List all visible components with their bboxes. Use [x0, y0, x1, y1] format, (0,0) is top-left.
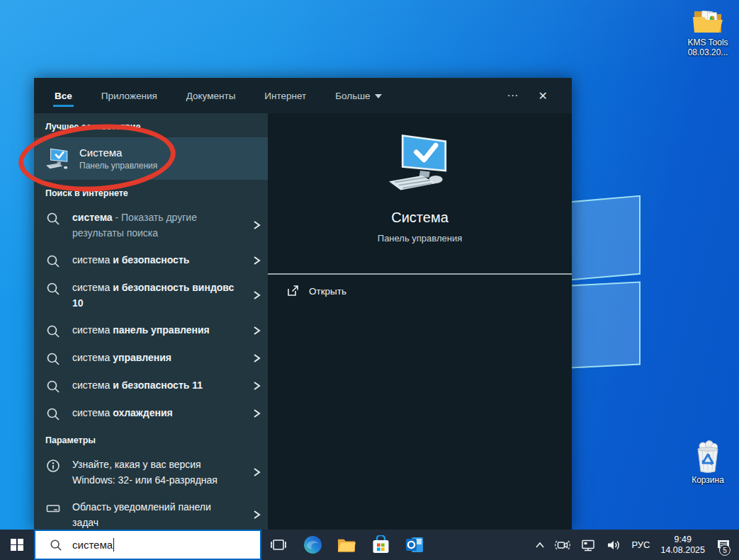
chevron-right-icon[interactable]: [251, 326, 262, 336]
system-computer-icon-large: [385, 132, 456, 194]
suggestion-text: система - Показать другие результаты пои…: [72, 210, 237, 241]
suggestion-text: система и безопасность виндовс 10: [72, 280, 237, 311]
search-icon: [50, 539, 62, 552]
search-filter-tabbar: Все Приложения Документы Интернет Больше…: [34, 78, 572, 113]
camera-meet-now-icon: [555, 539, 570, 552]
chevron-right-icon[interactable]: [251, 408, 262, 418]
desktop-icon-label: KMS Tools: [687, 38, 728, 47]
best-match-text: Система Панель управления: [79, 147, 157, 171]
best-match-title: Система: [79, 147, 157, 159]
desktop-icon-recycle-bin[interactable]: Корзина: [677, 440, 738, 485]
tray-time: 9:49: [660, 535, 705, 545]
task-view-button[interactable]: [261, 530, 295, 560]
search-icon: [45, 254, 61, 268]
windows-logo-icon: [11, 539, 23, 552]
tab-documents[interactable]: Документы: [185, 79, 237, 113]
best-match-subtitle: Панель управления: [79, 161, 157, 171]
search-icon: [45, 352, 61, 366]
recycle-bin-icon: [693, 440, 723, 473]
settings-result-row[interactable]: Узнайте, какая у вас версия Windows: 32-…: [34, 451, 268, 493]
chevron-right-icon[interactable]: [251, 467, 262, 477]
taskbar-app-file-explorer[interactable]: [329, 530, 363, 560]
open-action-label: Открыть: [309, 286, 346, 297]
section-best-match: Лучшее соответствие: [34, 113, 268, 137]
tab-apps[interactable]: Приложения: [100, 79, 159, 113]
search-query-text: система: [72, 539, 113, 551]
preview-pane: Система Панель управления Открыть: [268, 113, 572, 530]
suggestion-text: система и безопасность 11: [72, 377, 237, 393]
tab-more[interactable]: Больше: [334, 79, 383, 113]
suggestion-text: система и безопасность: [72, 252, 237, 268]
wallpaper-window-pane-bottom: [570, 281, 641, 368]
system-tray: РУС 9:49 14.08.2025 5: [530, 530, 739, 560]
tray-date: 14.08.2025: [660, 545, 705, 556]
settings-result-row[interactable]: Область уведомлений панели задач: [34, 493, 268, 530]
chevron-right-icon[interactable]: [251, 381, 262, 391]
open-action[interactable]: Открыть: [268, 275, 572, 306]
suggestion-text: система охлаждения: [72, 405, 237, 421]
folder-icon: [692, 7, 724, 35]
task-view-icon: [270, 537, 287, 553]
search-flyout: Все Приложения Документы Интернет Больше…: [34, 78, 572, 530]
chevron-down-icon: [375, 94, 382, 98]
search-icon: [45, 324, 61, 338]
taskbar-notification-area-icon: [45, 501, 61, 515]
chevron-right-icon[interactable]: [251, 256, 262, 265]
chevron-right-icon[interactable]: [251, 290, 262, 300]
search-suggestion-row[interactable]: система - Показать другие результаты пои…: [34, 204, 268, 246]
tray-network[interactable]: [575, 530, 601, 560]
tray-meet-now[interactable]: [550, 530, 575, 560]
start-button[interactable]: [0, 530, 34, 560]
taskbar-search-input[interactable]: система: [34, 530, 261, 560]
chevron-right-icon[interactable]: [251, 510, 262, 520]
preview-title: Система: [391, 210, 449, 226]
notification-badge: 5: [719, 544, 730, 556]
chevron-up-icon: [535, 542, 545, 549]
results-pane: Лучшее соответствие Система Панель управ…: [34, 113, 268, 530]
desktop-icon-label: 08.03.20...: [687, 47, 728, 57]
taskbar-app-store[interactable]: [363, 530, 397, 560]
text-caret: [113, 538, 114, 552]
action-center-button[interactable]: 5: [711, 530, 736, 560]
settings-result-text: Область уведомлений панели задач: [72, 499, 237, 530]
tray-language[interactable]: РУС: [626, 530, 655, 560]
suggestion-text: система управления: [72, 350, 237, 365]
outlook-icon: [405, 536, 424, 554]
search-suggestion-row[interactable]: система и безопасность виндовс 10: [34, 274, 268, 316]
best-match-result-system[interactable]: Система Панель управления: [34, 137, 268, 180]
preview-subtitle: Панель управления: [378, 233, 462, 244]
network-icon: [580, 539, 596, 552]
search-icon: [45, 282, 61, 296]
info-icon: [45, 459, 61, 473]
file-explorer-icon: [337, 537, 356, 554]
taskbar-app-outlook[interactable]: [397, 530, 431, 560]
options-ellipsis-button[interactable]: ···: [497, 85, 529, 106]
wallpaper-window-pane-top: [570, 195, 641, 281]
close-icon[interactable]: ✕: [529, 85, 558, 107]
chevron-right-icon[interactable]: [251, 353, 262, 363]
search-suggestion-row[interactable]: система и безопасность: [34, 246, 268, 274]
search-suggestion-row[interactable]: система панель управления: [34, 316, 268, 344]
search-suggestion-row[interactable]: система управления: [34, 344, 268, 372]
chevron-right-icon[interactable]: [251, 220, 262, 230]
taskbar-app-edge[interactable]: [295, 530, 329, 560]
system-computer-icon: [44, 147, 71, 171]
search-icon: [45, 379, 61, 394]
settings-result-text: Узнайте, какая у вас версия Windows: 32-…: [72, 457, 237, 488]
tab-web[interactable]: Интернет: [263, 79, 308, 113]
speaker-icon: [606, 539, 621, 552]
tray-volume[interactable]: [601, 530, 626, 560]
search-icon: [45, 212, 61, 226]
taskbar: система: [0, 530, 739, 560]
tab-all[interactable]: Все: [53, 79, 74, 113]
search-suggestion-row[interactable]: система охлаждения: [34, 399, 268, 427]
tray-clock[interactable]: 9:49 14.08.2025: [655, 535, 711, 556]
open-external-icon: [286, 285, 299, 297]
tray-show-hidden-icons[interactable]: [530, 530, 550, 560]
search-suggestion-row[interactable]: система и безопасность 11: [34, 372, 268, 399]
edge-icon: [303, 535, 322, 554]
section-web-search: Поиск в Интернете: [34, 180, 268, 204]
desktop-icon-kms-tools[interactable]: KMS Tools 08.03.20...: [677, 7, 738, 57]
search-icon: [45, 407, 61, 421]
section-settings: Параметры: [34, 427, 268, 451]
